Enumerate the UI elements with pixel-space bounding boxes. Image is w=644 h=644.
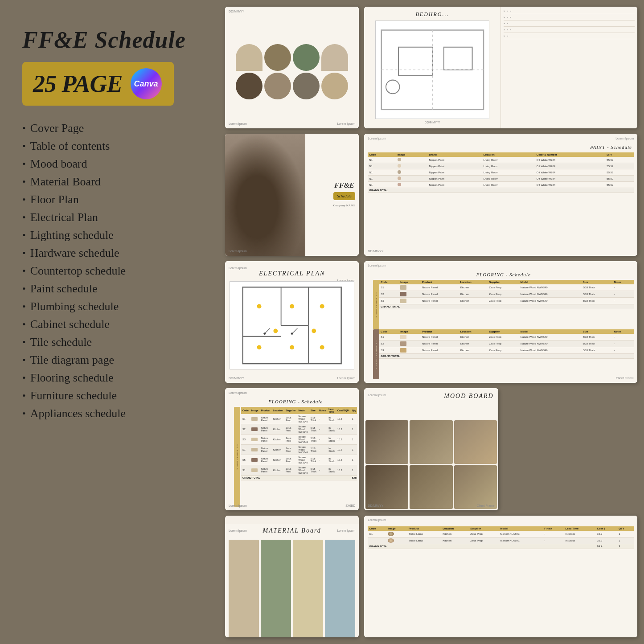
- flooring-row-2: S3 Nature Panel Kitchen Zeus Prop Nature…: [241, 435, 357, 445]
- material-header-right: Lorem Ipsum: [337, 529, 355, 532]
- list-item-8: Countertop schedule: [22, 264, 196, 278]
- paint-row-0: N1 Nippon Paint Living Room Off White W7…: [368, 157, 634, 163]
- doc-flooring-right[interactable]: Lorem Ipsum FLOORING - Schedule WOOD FLO…: [364, 261, 637, 383]
- electrical-footer: DD/MM/YY: [229, 377, 244, 380]
- mood-photos-grid: [364, 419, 498, 510]
- flooring-bottom-footer: Lorem Ipsum: [229, 504, 247, 507]
- swatch-0: [236, 44, 263, 71]
- svg-point-19: [312, 328, 316, 333]
- bedroom-right: ××× ××× ×× ×××: [501, 7, 637, 128]
- left-panel: FF&E Schedule 25 PAGE Canva Cover PageTa…: [0, 0, 218, 644]
- material-inner: Lorem Ipsum Lorem Ipsum MATERIAL Board L…: [225, 524, 359, 637]
- mood-board-title: MOOD BOARD: [444, 393, 493, 400]
- paint-row-1: N1 Nippon Paint Living Room Off White W7…: [368, 163, 634, 169]
- page-count-label: 25 PAGE: [33, 70, 123, 98]
- ffe-footer: Lorem Ipsum: [229, 250, 247, 253]
- list-item-2: Mood board: [22, 157, 196, 171]
- paint-col-location: Location: [482, 152, 535, 157]
- paint-col-lrv: LRV: [605, 152, 634, 157]
- bedroom-floor-plan: [375, 21, 490, 119]
- canva-label: Canva: [134, 79, 158, 89]
- svg-line-22: [292, 328, 297, 333]
- list-item-15: Furniture schedule: [22, 389, 196, 402]
- flooring-bottom-section-label: WOOD FLOORING: [236, 444, 238, 470]
- main-title: FF&E Schedule: [22, 27, 196, 53]
- bedroom-left: BEDHRO... DD/MM/YY: [364, 7, 500, 128]
- material-samples: [225, 538, 359, 637]
- svg-point-23: [291, 332, 293, 335]
- svg-point-18: [273, 328, 278, 333]
- bedroom-date: DD/MM/YY: [424, 121, 440, 124]
- paint-header-left: Lorem Ipsum: [368, 137, 386, 140]
- paint-footer-date: DD/MM/YY: [368, 250, 383, 253]
- bedroom-inner: BEDHRO... DD/MM/YY: [364, 7, 637, 128]
- doc-empty-slot: [504, 388, 637, 510]
- ffe-schedule-btn: Schedule: [333, 192, 356, 200]
- svg-point-12: [257, 304, 262, 308]
- list-item-12: Tile schedule: [22, 336, 196, 349]
- swatch-3: [321, 44, 348, 71]
- svg-point-21: [263, 332, 266, 335]
- doc-material-board[interactable]: Lorem Ipsum Lorem Ipsum MATERIAL Board L…: [225, 516, 359, 637]
- list-item-5: Electrical Plan: [22, 211, 196, 224]
- doc-plumbing-schedule[interactable]: Lorem Ipsum PLUMBING - Schedule CodeImag…: [364, 516, 637, 637]
- mood-footer-right: Client Frame: [477, 504, 495, 507]
- doc-flooring-bottom[interactable]: Lorem Ipsum FLOORING - Schedule WOOD FLO…: [225, 388, 359, 510]
- doc-lorem: Lorem Ipsum: [337, 122, 355, 125]
- paint-row-3: N1 Nippon Paint Living Room Off White W7…: [368, 176, 634, 182]
- doc-paint-schedule[interactable]: Lorem Ipsum Lorem Ipsum PAINT - Schedule…: [364, 134, 637, 255]
- material-sample-0: [229, 540, 259, 637]
- ffe-cover-text: FF&E Schedule Company NAME: [333, 181, 356, 208]
- documents-grid: DD/MM/YY Lorem Ipsum Lorem Ipsum BEDHRO.…: [225, 7, 637, 637]
- electrical-title: ELECTRICAL Plan: [259, 270, 325, 277]
- flooring-row-5: S1 Nature Panel Kitchen Zeus Prop Nature…: [241, 465, 357, 476]
- flooring-bottom-table: CodeImageProductLocationSupplierModelSiz…: [241, 407, 357, 480]
- ffe-cover-inner: FF&E Schedule Company NAME Lorem Ipsum: [225, 134, 359, 255]
- electrical-header-left: Lorem Ipsum: [229, 267, 247, 270]
- mood-footer-date: DD/MM/YY: [368, 504, 383, 507]
- flooring-bottom-header: Lorem Ipsum: [229, 391, 247, 394]
- material-sample-2: [293, 540, 323, 637]
- list-item-14: Flooring schedule: [22, 371, 196, 385]
- swatch-6: [293, 73, 320, 99]
- flooring-right-header: Lorem Ipsum: [368, 264, 386, 267]
- mood-header: Lorem Ipsum: [368, 394, 386, 397]
- swatch-7: [321, 73, 348, 99]
- list-item-9: Paint schedule: [22, 282, 196, 295]
- electrical-plan-area: [230, 281, 354, 369]
- plumbing-table: CodeImageProductLocationSupplierModelFin…: [368, 526, 634, 549]
- features-list: Cover PageTable of contentsMood boardMat…: [22, 122, 196, 420]
- list-item-11: Cabinet schedule: [22, 318, 196, 331]
- paint-row-4: N1 Nippon Paint Living Room Off White W7…: [368, 182, 634, 188]
- swatch-5: [264, 73, 291, 99]
- svg-rect-2: [443, 47, 472, 70]
- paint-col-code: Code: [368, 152, 396, 157]
- paint-table: Code Image Brand Location Color & Number…: [368, 152, 634, 193]
- flooring-right-title: FLOORING - Schedule: [476, 272, 531, 277]
- paint-col-brand: Brand: [428, 152, 482, 157]
- wood-label: WOOD FLOORING: [375, 292, 377, 318]
- doc-color-swatches[interactable]: DD/MM/YY Lorem Ipsum Lorem Ipsum: [225, 7, 359, 128]
- list-item-10: Plumbing schedule: [22, 300, 196, 313]
- svg-point-16: [320, 345, 324, 349]
- swatch-1: [264, 44, 291, 71]
- doc-electrical-plan[interactable]: Lorem Ipsum ELECTRICAL Plan Lorem Ipsum: [225, 261, 359, 383]
- list-item-3: Material Board: [22, 175, 196, 189]
- swatch-4: [236, 73, 263, 99]
- doc-ffe-cover[interactable]: FF&E Schedule Company NAME Lorem Ipsum: [225, 134, 359, 255]
- list-item-16: Appliances schedule: [22, 407, 196, 420]
- paint-col-image: Image: [396, 152, 428, 157]
- svg-rect-1: [398, 47, 432, 76]
- flooring-grand-total-val: 8X6BD: [345, 504, 355, 507]
- paint-row-2: N1 Nippon Paint Living Room Off White W7…: [368, 169, 634, 176]
- paint-col-color: Color & Number: [535, 152, 605, 157]
- svg-point-17: [290, 345, 294, 349]
- doc-bedroom[interactable]: BEDHRO... DD/MM/YY: [364, 7, 637, 128]
- electrical-footer-right: Lorem Ipsum: [337, 377, 355, 380]
- mood-board-inner: Lorem Ipsum MOOD BOARD DD/MM/YY Client F…: [364, 388, 498, 510]
- flooring-bottom-title: FLOORING - Schedule: [268, 399, 323, 404]
- doc-mood-board[interactable]: Lorem Ipsum MOOD BOARD DD/MM/YY Client F…: [364, 388, 498, 510]
- right-panel: DD/MM/YY Lorem Ipsum Lorem Ipsum BEDHRO.…: [218, 0, 644, 644]
- swatch-2: [293, 44, 320, 71]
- list-item-7: Hardware schedule: [22, 246, 196, 260]
